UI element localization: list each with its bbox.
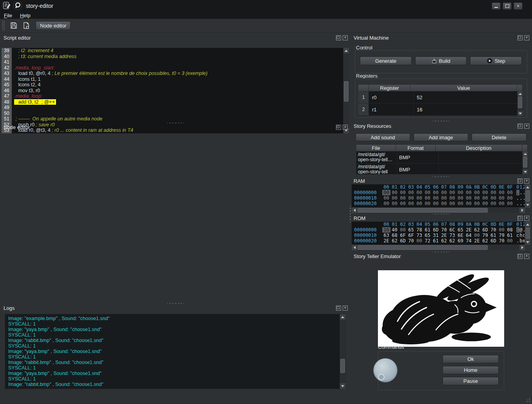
- hex-byte[interactable]: 00: [448, 195, 456, 201]
- hex-byte[interactable]: 00: [399, 201, 407, 206]
- scrollbar-thumb[interactable]: [344, 81, 349, 102]
- hex-byte[interactable]: 73: [415, 233, 423, 238]
- hex-byte[interactable]: 00: [390, 190, 399, 195]
- save-icon[interactable]: [10, 22, 18, 29]
- rom-hex-view[interactable]: 000102030405060708090A0B0C0D0E0F01200000…: [352, 222, 525, 245]
- splitter-handle[interactable]: [433, 120, 449, 122]
- hex-byte[interactable]: 00: [498, 190, 506, 195]
- scroll-left-icon[interactable]: [352, 245, 357, 250]
- hex-byte[interactable]: 6D: [399, 238, 407, 244]
- resource-row[interactable]: /mnt/data/git/open-story-tellBMP: [356, 164, 528, 175]
- hex-byte[interactable]: 00: [506, 190, 514, 195]
- hex-byte[interactable]: 00: [465, 190, 473, 195]
- ram-horizontal-scrollbar[interactable]: [352, 207, 525, 213]
- hex-byte[interactable]: 00: [456, 201, 465, 206]
- new-document-icon[interactable]: [22, 22, 30, 29]
- hex-byte[interactable]: 6F: [399, 233, 407, 238]
- script-line[interactable]: 46 mov t3, r0: [2, 88, 343, 94]
- hex-byte[interactable]: 00: [423, 195, 432, 201]
- hex-byte[interactable]: 65: [407, 227, 415, 233]
- hex-byte[interactable]: 64: [465, 233, 473, 238]
- script-line[interactable]: 45 lcons t2, 4: [2, 82, 343, 88]
- register-column-header[interactable]: Register: [369, 85, 410, 91]
- hex-byte[interactable]: 00: [473, 195, 481, 201]
- close-panel-icon[interactable]: ×: [524, 178, 529, 184]
- register-row[interactable]: 2r116: [358, 104, 523, 116]
- hex-byte[interactable]: 00: [456, 190, 465, 195]
- close-panel-icon[interactable]: ×: [343, 35, 348, 40]
- add-image-button[interactable]: Add image: [414, 133, 468, 141]
- hex-row[interactable]: 0000002000000000000000000000000000000000…: [352, 201, 525, 206]
- description-column-header[interactable]: Description: [436, 145, 522, 151]
- hex-byte[interactable]: 62: [440, 238, 448, 244]
- hex-byte[interactable]: 63: [382, 233, 390, 238]
- hex-byte[interactable]: 00: [382, 190, 390, 195]
- hex-byte[interactable]: 62: [448, 238, 456, 244]
- register-row[interactable]: 1r052: [358, 91, 523, 104]
- hex-byte[interactable]: 70: [440, 227, 448, 233]
- script-line[interactable]: 40 ; t3: current media address: [2, 54, 343, 60]
- logs-vertical-scrollbar[interactable]: [340, 314, 345, 389]
- hex-byte[interactable]: 69: [456, 238, 465, 244]
- scroll-down-icon[interactable]: [525, 202, 530, 207]
- hex-byte[interactable]: 00: [415, 190, 423, 195]
- resources-vertical-scrollbar[interactable]: [522, 151, 528, 174]
- scroll-down-icon[interactable]: [340, 383, 345, 389]
- script-line[interactable]: 42.media_loop_start:: [2, 65, 343, 71]
- rom-horizontal-scrollbar[interactable]: [352, 244, 525, 250]
- hex-byte[interactable]: 40: [390, 227, 399, 233]
- scrollbar-thumb[interactable]: [358, 245, 488, 250]
- hex-byte[interactable]: 16: [382, 227, 390, 233]
- menu-help[interactable]: Help: [16, 12, 34, 19]
- hex-byte[interactable]: 6D: [481, 227, 489, 233]
- scroll-up-icon[interactable]: [525, 184, 530, 190]
- hex-byte[interactable]: 00: [423, 190, 432, 195]
- hex-byte[interactable]: 31: [432, 233, 440, 238]
- maximize-button[interactable]: [503, 2, 512, 10]
- script-line[interactable]: 50: [2, 111, 343, 116]
- hex-byte[interactable]: 00: [432, 201, 440, 206]
- scroll-up-icon[interactable]: [523, 151, 528, 156]
- hex-byte[interactable]: 62: [473, 227, 481, 233]
- hex-byte[interactable]: 00: [382, 201, 390, 206]
- minimize-button[interactable]: [492, 2, 501, 10]
- hex-byte[interactable]: 70: [489, 227, 498, 233]
- float-panel-icon[interactable]: [517, 35, 523, 40]
- hex-byte[interactable]: 79: [481, 233, 489, 238]
- scrollbar-thumb[interactable]: [525, 190, 530, 202]
- hex-byte[interactable]: 00: [407, 201, 415, 206]
- hex-byte[interactable]: 00: [456, 195, 465, 201]
- hex-byte[interactable]: 74: [465, 238, 473, 244]
- generate-button[interactable]: Generate: [360, 56, 412, 65]
- hex-row[interactable]: 0000001063686F6F7365312E736E640079617961…: [352, 233, 525, 238]
- step-button[interactable]: Step: [470, 56, 522, 65]
- script-editor-content[interactable]: 39 ; t2: increment 440 ; t3: current med…: [2, 48, 349, 133]
- hex-byte[interactable]: 68: [390, 233, 399, 238]
- hex-byte[interactable]: 79: [498, 233, 506, 238]
- hex-byte[interactable]: 72: [423, 238, 432, 244]
- hex-byte[interactable]: 2E: [473, 238, 481, 244]
- build-button[interactable]: Build: [415, 56, 467, 65]
- menu-file[interactable]: File: [0, 12, 16, 19]
- scrollbar-thumb[interactable]: [340, 359, 345, 373]
- hex-byte[interactable]: 2E: [382, 238, 390, 244]
- scrollbar-thumb[interactable]: [358, 208, 488, 213]
- add-sound-button[interactable]: Add sound: [356, 133, 410, 141]
- logs-output[interactable]: Image: "example.bmp" , Sound: "choose1.s…: [5, 314, 346, 389]
- hex-byte[interactable]: 6C: [448, 227, 456, 233]
- script-line[interactable]: 44 lcons t1, 1: [2, 76, 343, 82]
- scroll-right-icon[interactable]: [519, 245, 525, 250]
- script-line[interactable]: 47.media_loop:: [2, 93, 343, 99]
- ram-hex-view[interactable]: 000102030405060708090A0B0C0D0E0F01200000…: [352, 184, 525, 207]
- hex-byte[interactable]: 73: [448, 233, 456, 238]
- hex-byte[interactable]: 00: [407, 195, 415, 201]
- close-panel-icon[interactable]: ×: [524, 254, 529, 259]
- hex-byte[interactable]: 00: [399, 190, 407, 195]
- close-button[interactable]: ×: [514, 2, 523, 10]
- hex-byte[interactable]: 6F: [407, 233, 415, 238]
- float-panel-icon[interactable]: [517, 216, 523, 221]
- hex-byte[interactable]: 00: [498, 201, 506, 206]
- hex-byte[interactable]: 00: [506, 238, 514, 244]
- file-column-header[interactable]: File: [356, 145, 396, 151]
- hex-row[interactable]: 0000001000000000000000000000000000000000…: [352, 195, 525, 201]
